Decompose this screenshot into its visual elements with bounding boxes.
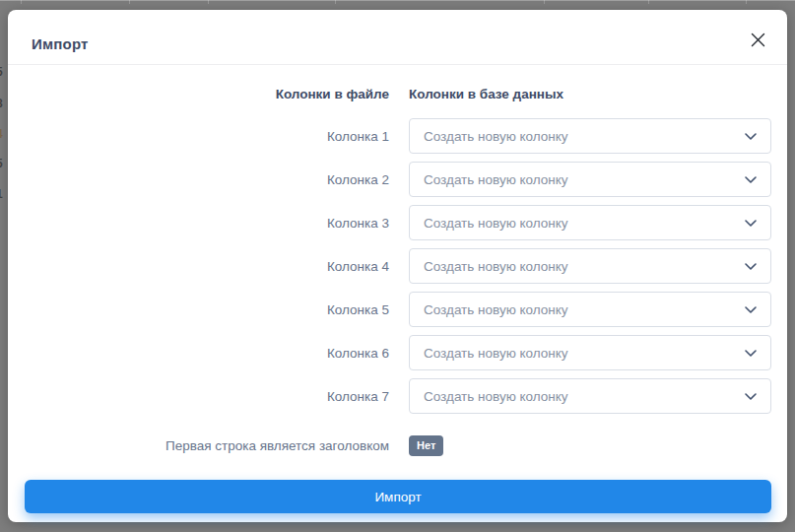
select-value: Создать новую колонку [424, 346, 568, 361]
bg-table-gridline [335, 0, 336, 4]
column-label: Колонка 4 [32, 258, 389, 275]
select-value: Создать новую колонку [424, 216, 568, 231]
bg-row-digit: 1 [0, 187, 8, 201]
column-mapping-select[interactable]: Создать новую колонку [409, 248, 771, 284]
modal-title: Импорт [32, 35, 89, 52]
chevron-down-icon [745, 263, 757, 270]
column-mapping-select[interactable]: Создать новую колонку [409, 378, 771, 414]
mapping-column-headers: Колонки в файле Колонки в базе данных [8, 86, 787, 102]
chevron-down-icon [745, 176, 757, 183]
select-value: Создать новую колонку [424, 259, 568, 274]
column-label: Колонка 5 [32, 301, 389, 318]
column-label: Колонка 6 [32, 345, 389, 362]
import-button[interactable]: Импорт [25, 480, 771, 513]
column-mapping-select[interactable]: Создать новую колонку [409, 292, 771, 327]
bg-row-digit: 5 [0, 157, 8, 170]
column-mapping-select[interactable]: Создать новую колонку [409, 162, 771, 197]
bg-row-digit: 4 [0, 127, 8, 141]
modal-header: Импорт [8, 10, 787, 65]
column-label: Колонка 2 [32, 171, 389, 188]
column-mapping-select[interactable]: Создать новую колонку [409, 118, 771, 154]
bg-table-gridline [544, 0, 545, 4]
bg-table-edge [0, 0, 795, 1]
select-value: Создать новую колонку [424, 389, 568, 404]
bg-table-gridline [746, 0, 747, 4]
close-icon [751, 33, 765, 50]
bg-row-digit: 5 [0, 65, 8, 79]
first-row-header-label: Первая строка является заголовком [32, 438, 389, 453]
bg-row-digit: 8 [0, 97, 8, 110]
column-label: Колонка 1 [32, 128, 389, 145]
column-mapping-select[interactable]: Создать новую колонку [409, 335, 771, 370]
bg-table-gridline [208, 0, 209, 4]
bg-table-row-numbers: 5 8 4 5 1 [0, 0, 8, 532]
chevron-down-icon [745, 220, 757, 227]
bg-table-gridline [21, 0, 22, 4]
db-columns-header: Колонки в базе данных [409, 86, 771, 102]
close-button[interactable] [746, 30, 769, 53]
chevron-down-icon [745, 306, 757, 313]
chevron-down-icon [745, 350, 757, 357]
bg-table-gridline [648, 0, 649, 4]
chevron-down-icon [745, 133, 757, 140]
chevron-down-icon [745, 393, 757, 400]
first-row-header-row: Первая строка является заголовком Нет [8, 435, 787, 456]
mapping-rows: Колонка 1 Создать новую колонку Колонка … [8, 118, 787, 414]
bg-table-gridline [129, 0, 130, 4]
first-row-header-toggle[interactable]: Нет [409, 435, 443, 456]
column-label: Колонка 3 [32, 215, 389, 232]
column-mapping-select[interactable]: Создать новую колонку [409, 205, 771, 240]
column-label: Колонка 7 [32, 388, 389, 405]
select-value: Создать новую колонку [424, 302, 568, 317]
select-value: Создать новую колонку [424, 129, 568, 144]
select-value: Создать новую колонку [424, 172, 568, 187]
file-columns-header: Колонки в файле [32, 86, 389, 102]
import-modal: Импорт Колонки в файле Колонки в базе да… [8, 10, 787, 522]
